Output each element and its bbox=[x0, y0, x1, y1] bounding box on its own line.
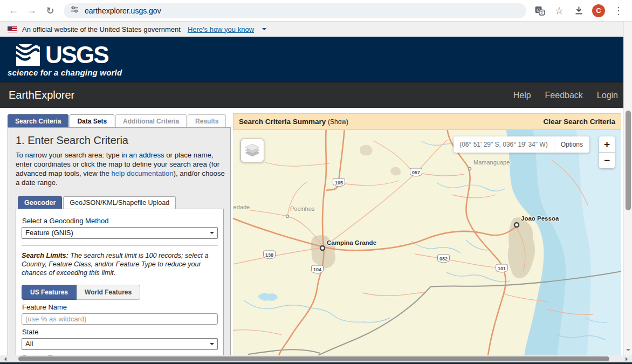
feature-name-label: Feature Name bbox=[22, 303, 218, 311]
us-flag-icon bbox=[8, 26, 17, 32]
gov-banner-text: An official website of the United States… bbox=[22, 25, 181, 33]
state-label: State bbox=[22, 328, 218, 336]
svg-text:138: 138 bbox=[265, 252, 273, 258]
usgs-logo-text: USGS bbox=[45, 43, 108, 67]
feature-name-input[interactable] bbox=[22, 313, 218, 325]
app-bar: EarthExplorer Help Feedback Login bbox=[0, 81, 632, 108]
search-summary-bar: Search Criteria Summary (Show) Clear Sea… bbox=[233, 113, 621, 130]
geocoder-form: Select a Geocoding Method Feature (GNIS)… bbox=[16, 209, 224, 356]
scroll-right-arrow-icon[interactable] bbox=[626, 357, 630, 361]
road-shield-138: 138 bbox=[264, 251, 276, 259]
reload-icon[interactable]: ↻ bbox=[42, 3, 58, 19]
campina-grande-marker bbox=[320, 246, 325, 250]
panel-heading: 1. Enter Search Criteria bbox=[16, 134, 224, 147]
tab-results[interactable]: Results bbox=[188, 114, 226, 127]
login-link[interactable]: Login bbox=[597, 91, 618, 100]
how-you-know-link[interactable]: Here's how you know bbox=[188, 25, 254, 33]
url-text[interactable]: earthexplorer.usgs.gov bbox=[85, 6, 161, 15]
panel-intro: To narrow your search area: type in an a… bbox=[16, 150, 229, 188]
search-criteria-panel: 1. Enter Search Criteria To narrow your … bbox=[8, 127, 231, 356]
zoom-control: + − bbox=[599, 136, 615, 168]
vertical-scrollbar[interactable] bbox=[623, 22, 632, 355]
divider bbox=[22, 245, 218, 246]
help-link[interactable]: Help bbox=[513, 91, 531, 100]
geocoding-method-value: Feature (GNIS) bbox=[25, 229, 73, 237]
svg-text:057: 057 bbox=[412, 170, 420, 175]
svg-text:文: 文 bbox=[540, 10, 544, 14]
browser-actions: G 文 ☆ C ⋮ bbox=[532, 4, 627, 17]
zoom-in-button[interactable]: + bbox=[599, 136, 615, 152]
search-limits-label: Search Limits: bbox=[22, 252, 68, 259]
browser-toolbar: ← → ↻ earthexplorer.usgs.gov G 文 ☆ bbox=[0, 0, 632, 22]
map-label-soledade: oledade bbox=[233, 204, 250, 210]
map-label-mamanguape: Mamanguape bbox=[473, 159, 510, 166]
summary-title: Search Criteria Summary bbox=[239, 118, 326, 126]
usgs-header: USGS science for a changing world bbox=[0, 37, 632, 81]
subtab-geocoder[interactable]: Geocoder bbox=[18, 196, 62, 209]
gov-banner: An official website of the United States… bbox=[0, 22, 632, 37]
svg-text:105: 105 bbox=[335, 180, 343, 186]
map-label-pocinhos: Pocinhos bbox=[290, 205, 315, 212]
cursor-coordinates: (06° 51' 29" S, 036° 19' 34" W) bbox=[454, 136, 553, 153]
mamanguape-marker bbox=[469, 168, 471, 170]
help-documentation-link[interactable]: help documentation bbox=[111, 169, 173, 177]
translate-icon[interactable]: G 文 bbox=[534, 5, 546, 17]
usgs-wave-icon bbox=[8, 41, 42, 67]
scroll-left-arrow-icon[interactable] bbox=[2, 357, 6, 361]
back-icon[interactable]: ← bbox=[5, 3, 22, 19]
app-title: EarthExplorer bbox=[9, 89, 74, 101]
bookmark-star-icon[interactable]: ☆ bbox=[553, 5, 565, 17]
feature-scope-toggle: US Features World Features bbox=[22, 285, 218, 300]
clear-search-criteria-button[interactable]: Clear Search Criteria bbox=[543, 118, 615, 126]
horizontal-scrollbar[interactable] bbox=[0, 355, 632, 362]
scroll-down-arrow-icon[interactable] bbox=[626, 349, 630, 353]
geocode-subtabs: Geocoder GeoJSON/KML/Shapefile Upload bbox=[18, 196, 224, 209]
chevron-down-icon bbox=[262, 28, 266, 32]
road-shield-101: 101 bbox=[496, 264, 508, 272]
map-label-campina-grande: Campina Grande bbox=[327, 239, 376, 246]
layers-control[interactable] bbox=[241, 139, 264, 162]
geocoding-method-select[interactable]: Feature (GNIS) bbox=[22, 227, 218, 239]
road-shield-082: 082 bbox=[438, 255, 450, 263]
svg-text:082: 082 bbox=[439, 256, 448, 262]
browser-menu-icon[interactable]: ⋮ bbox=[613, 5, 624, 17]
search-limits-note: Search Limits: The search result limit i… bbox=[22, 251, 218, 278]
zoom-out-button[interactable]: − bbox=[599, 153, 615, 168]
download-icon[interactable] bbox=[573, 5, 585, 17]
chevron-down-icon bbox=[210, 232, 214, 236]
layers-icon bbox=[245, 144, 260, 157]
chevron-down-icon bbox=[210, 343, 214, 347]
usgs-tagline: science for a changing world bbox=[8, 68, 122, 77]
road-shield-057: 057 bbox=[410, 168, 422, 176]
map-options-button[interactable]: Options bbox=[554, 136, 589, 153]
map-label-joao-pessoa: Joao Pessoa bbox=[521, 215, 559, 222]
subtab-file-upload[interactable]: GeoJSON/KML/Shapefile Upload bbox=[63, 196, 176, 209]
forward-icon[interactable]: → bbox=[24, 3, 40, 19]
road-shield-105: 105 bbox=[333, 178, 345, 187]
horizontal-scrollbar-thumb[interactable] bbox=[18, 356, 609, 361]
usgs-logo[interactable]: USGS science for a changing world bbox=[8, 41, 122, 77]
tab-data-sets[interactable]: Data Sets bbox=[70, 114, 114, 127]
tab-additional-criteria[interactable]: Additional Criteria bbox=[115, 114, 187, 127]
geocoding-method-label: Select a Geocoding Method bbox=[22, 217, 218, 225]
svg-text:104: 104 bbox=[313, 267, 321, 272]
feedback-link[interactable]: Feedback bbox=[545, 91, 583, 100]
tab-search-criteria[interactable]: Search Criteria bbox=[8, 114, 68, 127]
pocinhos-marker bbox=[286, 215, 289, 218]
road-shield-104: 104 bbox=[312, 265, 324, 273]
address-bar[interactable]: earthexplorer.usgs.gov bbox=[64, 3, 526, 18]
joao-pessoa-marker bbox=[514, 223, 519, 227]
svg-text:101: 101 bbox=[498, 266, 506, 271]
vertical-scrollbar-thumb[interactable] bbox=[626, 111, 631, 210]
site-settings-icon[interactable] bbox=[70, 5, 79, 16]
state-select[interactable]: All bbox=[22, 338, 218, 350]
summary-show-toggle[interactable]: (Show) bbox=[328, 118, 348, 126]
profile-avatar[interactable]: C bbox=[592, 4, 605, 17]
main-tabs: Search Criteria Data Sets Additional Cri… bbox=[8, 114, 226, 127]
state-select-value: All bbox=[25, 340, 33, 348]
map-graphic: Campina Grande Joao Pessoa Pocinhos Mama… bbox=[233, 130, 621, 355]
world-features-button[interactable]: World Features bbox=[77, 285, 140, 300]
map-canvas[interactable]: Campina Grande Joao Pessoa Pocinhos Mama… bbox=[233, 130, 621, 355]
coordinate-readout: (06° 51' 29" S, 036° 19' 34" W) Options bbox=[454, 136, 589, 153]
us-features-button[interactable]: US Features bbox=[22, 285, 77, 300]
